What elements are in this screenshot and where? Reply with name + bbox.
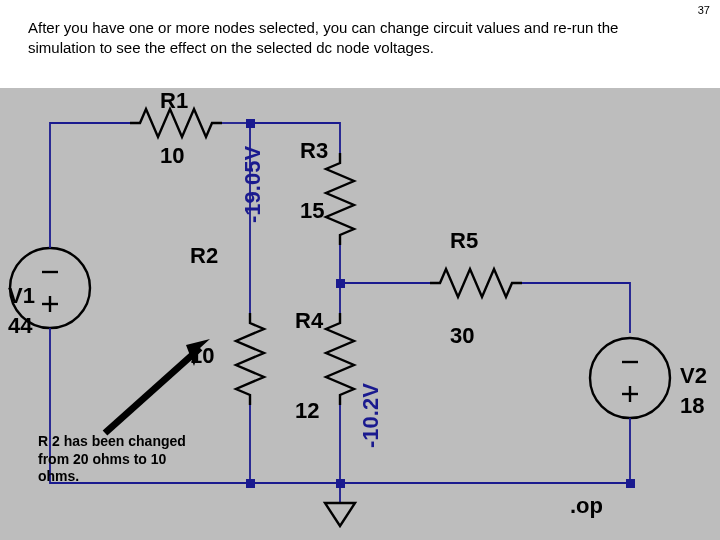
r1-label: R1	[160, 88, 188, 114]
svg-rect-11	[336, 479, 345, 488]
v1-label: V1	[8, 283, 35, 309]
v2-label: V2	[680, 363, 707, 389]
svg-line-13	[105, 348, 200, 433]
node2-voltage: -10.2V	[358, 383, 384, 448]
r5-label: R5	[450, 228, 478, 254]
r1-value: 10	[160, 143, 184, 169]
svg-rect-8	[246, 119, 255, 128]
r5-value: 30	[450, 323, 474, 349]
r4-label: R4	[295, 308, 323, 334]
r3-value: 15	[300, 198, 324, 224]
r4-value: 12	[295, 398, 319, 424]
r2-label: R2	[190, 243, 218, 269]
v2-value: 18	[680, 393, 704, 419]
annotation-note: R 2 has been changed from 20 ohms to 10 …	[38, 433, 198, 486]
svg-rect-9	[336, 279, 345, 288]
node1-voltage: -19.05V	[240, 146, 266, 223]
r3-label: R3	[300, 138, 328, 164]
r2-value: 10	[190, 343, 214, 369]
v1-value: 44	[8, 313, 32, 339]
svg-point-0	[590, 338, 670, 418]
svg-rect-10	[246, 479, 255, 488]
svg-rect-12	[626, 479, 635, 488]
spice-directive: .op	[570, 493, 603, 519]
instruction-text: After you have one or more nodes selecte…	[28, 18, 660, 59]
page-number: 37	[698, 4, 710, 16]
schematic-canvas: R1 10 R2 10 R3 15 R4 12 R5 30 V1 44 V2 1…	[0, 88, 720, 540]
